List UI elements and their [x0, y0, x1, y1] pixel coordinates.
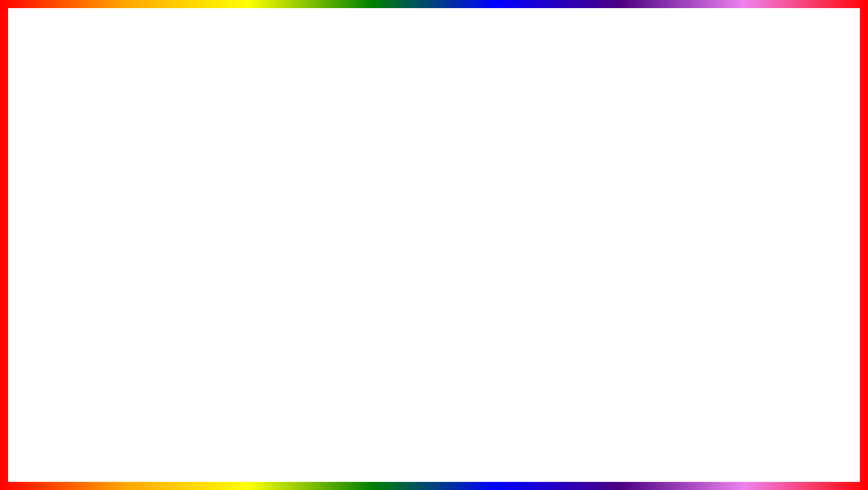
evo-discord-link[interactable]: https://discord.gg/evov4 — [181, 305, 233, 310]
evo-search-bar: 🔍 🌐 — [177, 165, 345, 179]
old-menu-collection[interactable]: 🎒 Collection — [49, 156, 94, 165]
yt-stats: 👍 92% 👤 173.3K — [709, 225, 834, 232]
remove-anim-checkbox[interactable]: ✓ — [251, 203, 259, 210]
maximize-icon[interactable]: □ — [327, 149, 331, 156]
quests-title: ~ Quests ~ — [318, 91, 527, 106]
old-menu-booth[interactable]: 🏪 Booth — [49, 146, 94, 156]
quest-text-1: Break 100 Coins in Town! — [338, 118, 430, 127]
golden-machine-tab[interactable]: Golden Machine — [263, 183, 296, 195]
bottom-pastebin: PASTEBIN — [608, 443, 777, 477]
renamer-tab[interactable]: Renamer — [227, 257, 255, 265]
pet-amount-row: Pet Amount 12 Pets — [180, 286, 259, 295]
evo-menu-farming[interactable]: 🌾 Farming — [127, 167, 176, 181]
yt-thumbnail — [703, 119, 839, 209]
old-menu-guis[interactable]: 🖥️ Guis — [49, 221, 94, 231]
auto-open-eggs-row: Auto Open Eggs ✓ — [180, 193, 259, 200]
title-x: X — [675, 8, 716, 81]
make-golden-row: Auto Make Pets Golden — [263, 198, 341, 204]
evo-window-icons: — □ ✕ — [317, 149, 340, 156]
old-menu-webhook[interactable]: 🔔 Webhook — [49, 211, 94, 221]
pet-amount-value: 12 Pets — [234, 286, 259, 295]
evo-right-col: Golden Machine Dark Matter Machine Auto … — [263, 183, 341, 299]
quest-item-1: ✓ Break 100 Coins in Town! — [318, 112, 527, 132]
enabled-row: Enabled — [180, 278, 259, 284]
evo-sidebar: 🌾 Farming ✖ Pets 🚶 Movement 🔧 Miscellane… — [127, 165, 177, 310]
rainbow-machine-tab[interactable]: Rainbow Machine — [263, 243, 295, 256]
egg-type-dropdown[interactable]: Alien Egg ▼ — [180, 221, 259, 231]
settings-icon: ⚙️ — [132, 228, 139, 235]
dark-matter-tab[interactable]: Dark Matter Machine — [300, 183, 341, 195]
yt-info: [ 📋 QUESTS] Pet Simulator X! 🐾 👍 92% 👤 1… — [703, 209, 839, 237]
quest-item-2: ⭐ Hatch 280 Pets from Starter Eg... — [318, 132, 527, 152]
remove-anim-row: Remove Hatch Animation ✓ — [180, 203, 259, 210]
old-menu-autofarms[interactable]: 🌾 AutoFarms — [49, 126, 94, 136]
enchant-tab[interactable]: Enchant — [299, 243, 320, 256]
quest-item-3: ⭐ Break 284 Chests in Tow... — [318, 152, 527, 172]
shop-button[interactable]: 🛒 Shop — [355, 193, 468, 226]
rainbow-pet-limit-row: Pet Limit 6 — [263, 267, 341, 276]
title-main: PET SIMULATOR X — [152, 15, 665, 74]
eggs-section-title: Eggs — [180, 183, 259, 191]
quest-check-icon: ✓ — [321, 116, 333, 129]
globe-icon[interactable]: 🌐 — [331, 167, 340, 176]
old-menu-player-stuffs[interactable]: 👤 Player Stuffs — [49, 195, 94, 211]
machine-tabs: Golden Machine Dark Matter Machine — [263, 183, 341, 195]
character-figure — [328, 324, 400, 450]
minimize-icon[interactable]: — — [317, 149, 323, 156]
old-discord-link[interactable]: Discord Link: https://discord.gg/u7JNWQc… — [97, 122, 184, 132]
evo-search-input[interactable] — [181, 168, 315, 175]
youtube-card[interactable]: [ 📋 QUESTS] Pet Simulator X! 🐾 👍 92% 👤 1… — [702, 117, 841, 239]
old-menu-misc[interactable]: ⚙️ Misc — [49, 231, 94, 241]
old-menu-credits[interactable]: 😊 Credits — [49, 116, 94, 126]
old-sidebar: 😊 Credits 🌾 AutoFarms 🐾 Pet 🏪 Booth 🎒 Co… — [49, 112, 94, 264]
golden-pet-limit-row: Pet Limit 6 — [263, 206, 341, 215]
bottom-title: UPDATE QUESTS SCRIPT PASTEBIN — [18, 437, 850, 482]
old-menu-converter[interactable]: 🔄 Converter — [49, 165, 94, 175]
misc-icon: 🔧 — [132, 214, 139, 221]
close-icon[interactable]: ✕ — [334, 149, 340, 156]
teleport-btn[interactable]: Teleport to Egg Area — [180, 241, 259, 251]
bottom-update: UPDATE — [91, 437, 273, 482]
yt-title: [ 📋 QUESTS] Pet Simulator X! 🐾 — [709, 213, 834, 223]
quest-text-2: Hatch 280 Pets from Starter Eg... — [338, 138, 456, 147]
evo-window: EVO V4PSX — □ ✕ 🌾 Farming ✖ Pets 🚶 Movem… — [126, 139, 346, 310]
fuser-tab[interactable]: Fuser — [180, 257, 200, 265]
evo-menu-pets[interactable]: ✖ Pets — [127, 181, 176, 196]
yt-like-pct: 👍 92% — [709, 225, 731, 232]
golden-machine-note: NOTE: You must be near the golden machin… — [263, 223, 341, 237]
quest-text-3: Break 284 Chests in Tow... — [338, 157, 434, 166]
bottom-script: SCRIPT — [476, 443, 600, 477]
movement-icon: 🚶 — [132, 199, 139, 206]
properties-tab[interactable]: Properties — [180, 267, 210, 275]
old-menu-new[interactable]: 🔧 New — [49, 241, 94, 251]
evo-footer: https://discord.gg/evov4 V4.0.0 — [177, 303, 345, 310]
make-rainbow-row: Auto Make Pets Rainbow — [263, 258, 341, 265]
old-note: Note: Use Weak pets for super farm — [97, 132, 184, 137]
dropdown-arrow: ▼ — [249, 223, 255, 229]
pets-icon: ✖ — [133, 185, 139, 192]
deleter-tab[interactable]: Deleter — [202, 257, 225, 265]
old-menu-deleters[interactable]: 🗑️ Deleters — [49, 185, 94, 195]
bottom-quests: QUESTS — [282, 437, 467, 482]
rainbow-machine-tabs: Rainbow Machine Enchant Locker — [263, 243, 341, 256]
title-section: PET SIMULATOR X X — [119, 8, 749, 81]
old-menu-mastery[interactable]: ⭐ Mastery — [49, 175, 94, 185]
rainbow-machine-note: NOTE: You must be near the Rainbow Machi… — [263, 284, 341, 298]
farming-icon: 🌾 — [132, 170, 139, 178]
evo-title: EVO V4PSX — [142, 144, 317, 160]
locker-tab[interactable]: Locker — [324, 243, 341, 256]
search-icon[interactable]: 🔍 — [319, 167, 328, 176]
evo-left-col: Eggs Auto Open Eggs ✓ Remove Hatch Anima… — [180, 183, 259, 299]
evo-main-content: 🔍 🌐 Eggs Auto Open Eggs ✓ Remove Hatch A… — [177, 165, 345, 310]
fuser-tabs: Fuser Deleter Renamer Properties — [180, 257, 259, 275]
old-autofarms-title: AutoFarms — [97, 115, 184, 120]
old-menu-pet[interactable]: 🐾 Pet — [49, 136, 94, 146]
yt-views: 👤 173.3K — [738, 225, 767, 232]
auto-open-checkbox[interactable]: ✓ — [251, 193, 259, 200]
evo-titlebar: EVO V4PSX — □ ✕ — [127, 141, 345, 165]
evo-menu-movement[interactable]: 🚶 Movement — [127, 196, 176, 210]
golden-pet-limit-value: 6 — [328, 206, 341, 215]
evo-menu-misc[interactable]: 🔧 Miscellaneous — [127, 210, 176, 224]
old-window-titlebar: Project WD Pet Simulator X 🐶 (Press Righ… — [49, 103, 187, 112]
evo-menu-settings[interactable]: ⚙️ Settings — [127, 224, 176, 239]
